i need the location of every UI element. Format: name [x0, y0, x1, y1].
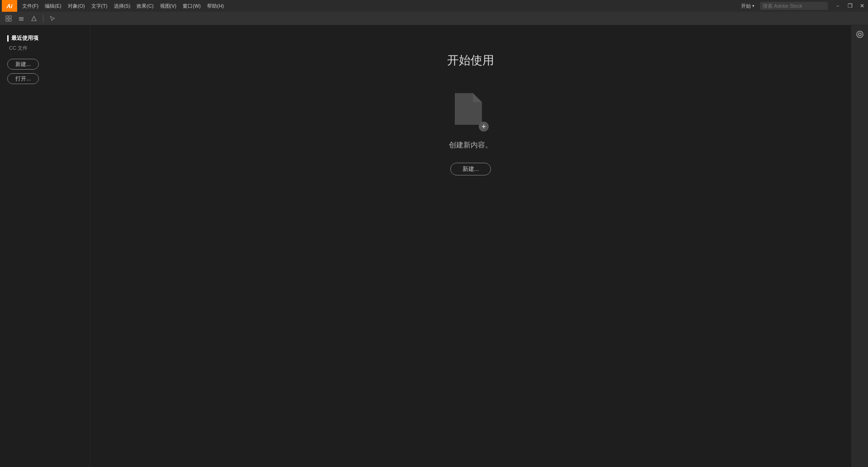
- svg-rect-2: [6, 19, 8, 21]
- tool-placeholder-3[interactable]: [29, 14, 39, 24]
- sidebar: 最近使用项 CC 文件 新建... 打开...: [0, 25, 90, 467]
- sidebar-open-button[interactable]: 打开...: [7, 73, 39, 84]
- menu-edit[interactable]: 编辑(E): [42, 0, 65, 12]
- create-label: 创建新内容。: [449, 141, 492, 150]
- menu-help[interactable]: 帮助(H): [204, 0, 227, 12]
- main-area: 最近使用项 CC 文件 新建... 打开... 开始使用 + 创建新内容。 新建…: [0, 25, 868, 467]
- svg-rect-0: [6, 16, 8, 18]
- svg-rect-1: [9, 16, 11, 18]
- tool-arrow[interactable]: [47, 14, 57, 24]
- svg-rect-6: [19, 20, 24, 21]
- right-panel: [851, 25, 868, 467]
- minimize-button[interactable]: －: [833, 2, 842, 10]
- window-controls: － ❐ ✕: [833, 2, 866, 10]
- start-button[interactable]: 开始 ▾: [737, 2, 758, 10]
- close-button[interactable]: ✕: [858, 3, 866, 9]
- menu-text[interactable]: 文字(T): [88, 0, 111, 12]
- center-content: 开始使用 + 创建新内容。 新建...: [90, 25, 851, 467]
- chevron-down-icon: ▾: [752, 4, 755, 8]
- toolbar-separator-1: [43, 14, 43, 23]
- search-input[interactable]: [760, 2, 828, 10]
- tool-placeholder-2[interactable]: [16, 14, 26, 24]
- svg-rect-3: [9, 19, 11, 21]
- sidebar-new-button[interactable]: 新建...: [7, 59, 39, 70]
- svg-point-9: [859, 33, 861, 36]
- tool-placeholder-1[interactable]: [4, 14, 14, 24]
- menu-bar-right: 开始 ▾ － ❐ ✕: [737, 2, 866, 10]
- center-new-button[interactable]: 新建...: [450, 163, 491, 175]
- svg-rect-5: [19, 19, 24, 19]
- toolbar-bar: [0, 12, 868, 25]
- restore-button[interactable]: ❐: [846, 3, 854, 9]
- right-panel-icon-1[interactable]: [854, 28, 866, 41]
- svg-marker-7: [32, 16, 36, 21]
- plus-badge: +: [479, 122, 489, 132]
- sidebar-section-title: 最近使用项: [7, 34, 83, 42]
- menu-view[interactable]: 视图(V): [157, 0, 180, 12]
- menu-effect[interactable]: 效果(C): [133, 0, 156, 12]
- svg-point-8: [857, 31, 863, 38]
- sidebar-cc-files-label: CC 文件: [7, 45, 83, 52]
- center-title: 开始使用: [447, 52, 494, 68]
- new-file-icon-container[interactable]: +: [453, 91, 489, 132]
- menu-object[interactable]: 对象(O): [65, 0, 88, 12]
- menu-select[interactable]: 选择(S): [111, 0, 134, 12]
- app-logo: Ai: [2, 0, 17, 12]
- menu-file[interactable]: 文件(F): [19, 0, 42, 12]
- menu-bar: Ai 文件(F) 编辑(E) 对象(O) 文字(T) 选择(S) 效果(C) 视…: [0, 0, 868, 12]
- svg-rect-4: [19, 17, 24, 18]
- file-icon: [453, 91, 484, 127]
- menu-window[interactable]: 窗口(W): [179, 0, 204, 12]
